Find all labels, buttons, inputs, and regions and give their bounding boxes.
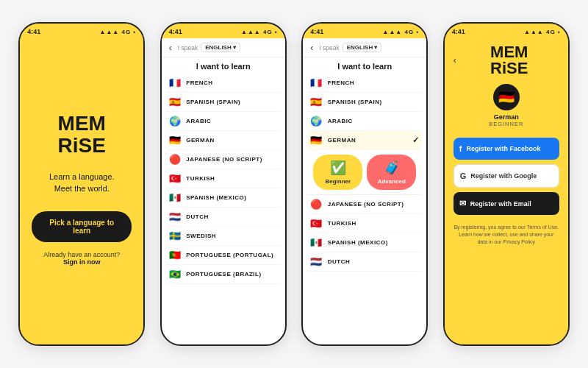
register-body: ‹ MEMRiSE 🇩🇪 German BEGINNER f Register …	[445, 38, 568, 344]
list-item[interactable]: 🇪🇸SPANISH (SPAIN)	[166, 93, 281, 112]
beginner-button[interactable]: ✅ Beginner	[313, 155, 362, 190]
level-selector: ✅ Beginner 🧳 Advanced	[307, 150, 422, 195]
facebook-icon: f	[459, 144, 462, 153]
time-3: 4:41	[310, 28, 323, 35]
flag-spanish-mexico: 🇲🇽	[169, 192, 182, 203]
logo-text: MEM RiSE	[58, 113, 106, 156]
flag-french: 🇫🇷	[169, 77, 182, 88]
back-arrow-2[interactable]: ‹	[169, 43, 172, 53]
list-item[interactable]: 🇪🇸SPANISH (SPAIN)	[307, 93, 422, 112]
logo-rise: RiSE	[58, 134, 106, 157]
already-account: Already have an account? Sign in now	[43, 251, 120, 266]
language-badge-3[interactable]: ENGLISH ▾	[343, 43, 382, 52]
beginner-icon: ✅	[330, 160, 346, 176]
icons-4: ▲▲▲ 4G ▪	[524, 29, 561, 35]
phone4-logo: MEMRiSE	[459, 44, 559, 77]
phone3-header: ‹ I speak ENGLISH ▾	[303, 38, 426, 57]
phone4-header: ‹ MEMRiSE	[453, 44, 559, 77]
language-list-2: 🇫🇷FRENCH 🇪🇸SPANISH (SPAIN) 🌍ARABIC 🇩🇪GER…	[162, 74, 285, 344]
german-flag-circle: 🇩🇪	[493, 84, 520, 110]
logo-mem: MEM	[58, 112, 106, 135]
list-item[interactable]: 🇧🇷PORTUGUESE (BRAZIL)	[166, 265, 281, 284]
selected-level-label: BEGINNER	[489, 121, 523, 127]
list-item[interactable]: 🇩🇪GERMAN	[166, 131, 281, 150]
time-4: 4:41	[452, 28, 465, 35]
learn-title-2: I want to learn	[162, 57, 285, 74]
list-item[interactable]: 🌍ARABIC	[307, 112, 422, 131]
tagline: Learn a language. Meet the world.	[49, 171, 115, 195]
list-item[interactable]: 🇫🇷FRENCH	[166, 74, 281, 93]
icons-2: ▲▲▲ 4G ▪	[241, 29, 278, 35]
list-item[interactable]: 🔴JAPANESE (NO SCRIPT)	[307, 195, 422, 214]
phone-german-selected: 4:41 ▲▲▲ 4G ▪ ‹ I speak ENGLISH ▾ I want…	[301, 22, 428, 346]
advanced-icon: 🧳	[384, 160, 400, 176]
language-list-3: 🇫🇷FRENCH 🇪🇸SPANISH (SPAIN) 🌍ARABIC 🇩🇪GER…	[303, 74, 426, 344]
back-arrow-4[interactable]: ‹	[453, 55, 456, 66]
list-item[interactable]: 🇹🇷TURKISH	[307, 214, 422, 233]
check-icon: ✓	[412, 135, 420, 145]
register-facebook-button[interactable]: f Register with Facebook	[453, 138, 559, 160]
time-2: 4:41	[169, 28, 182, 35]
terms-text: By registering, you agree to our Terms o…	[453, 224, 559, 245]
status-bar-1: 4:41 ▲▲▲ 4G ▪	[20, 24, 143, 38]
phone2-header: ‹ I speak ENGLISH ▾	[162, 38, 285, 57]
time-1: 4:41	[27, 28, 40, 35]
language-badge-2[interactable]: ENGLISH ▾	[201, 43, 240, 52]
flag-turkish: 🇹🇷	[169, 173, 182, 184]
speak-label-3: I speak	[319, 44, 339, 52]
flag-swedish: 🇸🇪	[169, 230, 182, 241]
list-item[interactable]: 🇫🇷FRENCH	[307, 74, 422, 93]
status-bar-2: 4:41 ▲▲▲ 4G ▪	[162, 24, 285, 38]
phone-register: 4:41 ▲▲▲ 4G ▪ ‹ MEMRiSE 🇩🇪 German BEGINN…	[443, 22, 570, 346]
status-bar-3: 4:41 ▲▲▲ 4G ▪	[303, 24, 426, 38]
learn-title-3: I want to learn	[303, 57, 426, 74]
back-arrow-3[interactable]: ‹	[310, 43, 313, 53]
register-email-button[interactable]: ✉ Register with Email	[453, 192, 559, 215]
flag-japanese: 🔴	[169, 154, 182, 165]
list-item[interactable]: 🇳🇱DUTCH	[307, 252, 422, 272]
flag-portuguese-br: 🇧🇷	[169, 269, 182, 280]
list-item[interactable]: 🔴JAPANESE (NO SCRIPT)	[166, 150, 281, 169]
flag-german: 🇩🇪	[169, 135, 182, 146]
german-selected-item[interactable]: 🇩🇪GERMAN ✓	[307, 131, 422, 150]
list-item[interactable]: 🇳🇱DUTCH	[166, 208, 281, 227]
google-icon: G	[460, 171, 467, 180]
logo-block: MEM RiSE	[58, 113, 106, 156]
register-google-button[interactable]: G Register with Google	[453, 164, 559, 188]
phone-splash: 4:41 ▲▲▲ 4G ▪ MEM RiSE Learn a language.…	[18, 22, 145, 346]
flag-dutch: 🇳🇱	[169, 211, 182, 222]
sign-in-link[interactable]: Sign in now	[63, 258, 101, 266]
flag-portuguese-pt: 🇵🇹	[169, 250, 182, 261]
speak-label-2: I speak	[178, 44, 198, 52]
icons-1: ▲▲▲ 4G ▪	[100, 29, 137, 35]
list-item[interactable]: 🇲🇽SPANISH (MEXICO)	[307, 233, 422, 252]
list-item[interactable]: 🇹🇷TURKISH	[166, 169, 281, 188]
email-icon: ✉	[459, 199, 466, 208]
status-bar-4: 4:41 ▲▲▲ 4G ▪	[445, 24, 568, 38]
icons-3: ▲▲▲ 4G ▪	[383, 29, 420, 35]
list-item[interactable]: 🌍ARABIC	[166, 112, 281, 131]
list-item[interactable]: 🇵🇹PORTUGUESE (PORTUGAL)	[166, 246, 281, 265]
splash-body: MEM RiSE Learn a language. Meet the worl…	[20, 38, 143, 344]
list-item[interactable]: 🇸🇪SWEDISH	[166, 227, 281, 246]
advanced-button[interactable]: 🧳 Advanced	[367, 155, 416, 190]
flag-spanish-spain: 🇪🇸	[169, 96, 182, 107]
pick-language-button[interactable]: Pick a language to learn	[32, 211, 132, 242]
main-container: 4:41 ▲▲▲ 4G ▪ MEM RiSE Learn a language.…	[0, 0, 588, 368]
selected-language-display: 🇩🇪 German BEGINNER	[489, 84, 523, 127]
flag-arabic: 🌍	[169, 116, 182, 127]
phone-language-list: 4:41 ▲▲▲ 4G ▪ ‹ I speak ENGLISH ▾ I want…	[160, 22, 287, 346]
list-item[interactable]: 🇲🇽SPANISH (MEXICO)	[166, 188, 281, 208]
selected-lang-label: German	[494, 113, 519, 121]
